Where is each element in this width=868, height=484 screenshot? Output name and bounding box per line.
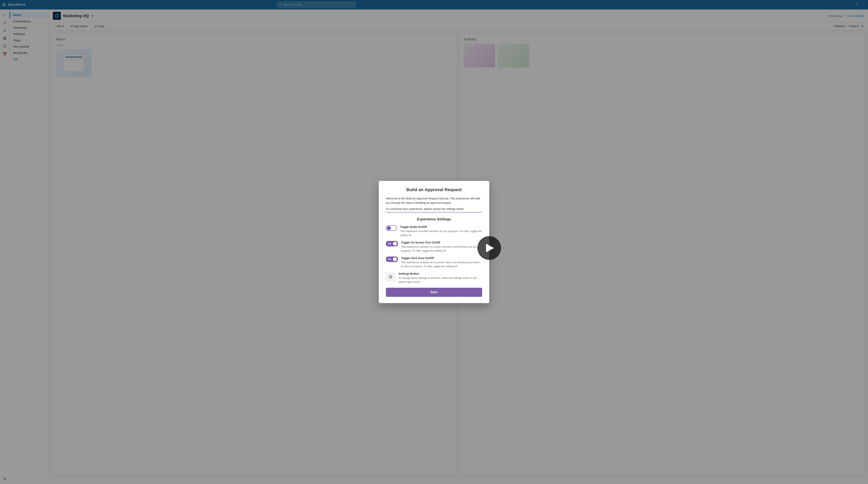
setting-row-onscreen: On Toggle On-Screen Text On/Off This exp… <box>386 241 482 253</box>
settings-button-desc: To change these settings at any time, se… <box>399 276 482 284</box>
setting-row-settings: ⚙ Settings Button To change these settin… <box>386 272 482 284</box>
start-button[interactable]: Start <box>386 288 482 297</box>
modal-intro: Welcome to the Build an Approval Request… <box>386 196 482 205</box>
onscreen-setting-desc: This experience includes on-screen narra… <box>401 245 482 253</box>
play-button[interactable] <box>477 236 501 260</box>
toggle-audio[interactable]: On <box>386 225 397 231</box>
setting-row-audio: On Toggle Audio On/Off This experience i… <box>386 225 482 237</box>
toggle-clickzone[interactable]: On <box>386 257 398 262</box>
audio-setting-name: Toggle Audio On/Off <box>400 225 482 228</box>
modal-customize: To customize your experience, please rev… <box>386 207 482 210</box>
setting-row-clickzone: On Toggle Click Zone On/Off This experie… <box>386 257 482 268</box>
play-icon <box>486 244 494 252</box>
settings-icon-box: ⚙ <box>386 272 395 282</box>
modal: Build an Approval Request Welcome to the… <box>379 181 489 303</box>
clickzone-setting-name: Toggle Click Zone On/Off <box>401 257 482 260</box>
toggle-audio-knob <box>387 226 391 230</box>
toggle-onscreen-label: On <box>387 242 392 245</box>
toggle-onscreen[interactable]: On <box>386 241 398 247</box>
experience-settings-title: Experience Settings <box>386 217 482 221</box>
toggle-onscreen-knob <box>393 242 397 246</box>
modal-title: Build an Approval Request <box>386 187 482 192</box>
clickzone-setting-desc: This experience includes an on-screen cl… <box>401 260 482 268</box>
settings-button-name: Settings Button <box>399 272 482 275</box>
audio-setting-desc: This experience includes narration as yo… <box>400 229 482 237</box>
modal-divider <box>386 212 482 212</box>
toggle-clickzone-label: On <box>387 258 392 261</box>
onscreen-setting-name: Toggle On-Screen Text On/Off <box>401 241 482 244</box>
gear-icon: ⚙ <box>389 274 393 280</box>
toggle-clickzone-knob <box>393 257 397 261</box>
modal-overlay: Build an Approval Request Welcome to the… <box>0 0 868 484</box>
